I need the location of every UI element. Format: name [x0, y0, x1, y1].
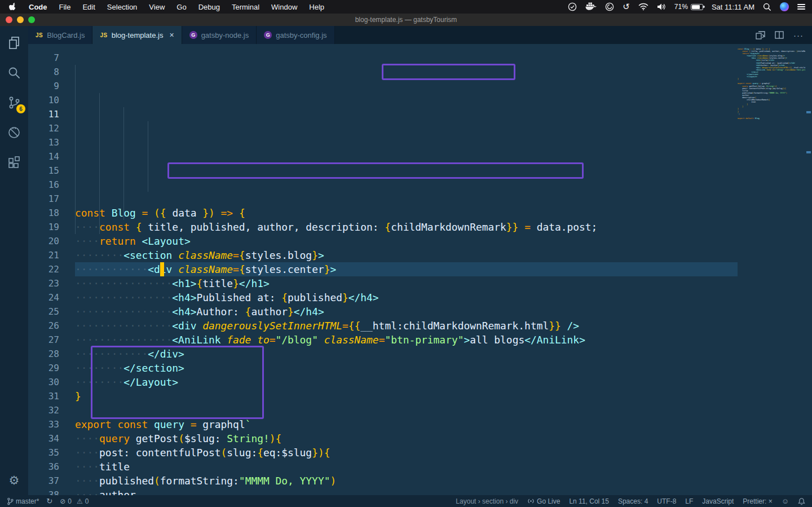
- docker-icon[interactable]: [585, 2, 597, 12]
- line-number[interactable]: 24: [28, 290, 59, 305]
- close-tab-icon[interactable]: ×: [169, 30, 174, 39]
- menu-debug[interactable]: Debug: [198, 3, 220, 11]
- code-line[interactable]: export const query = graphql`: [75, 417, 738, 431]
- code-line[interactable]: ····title: [75, 460, 738, 474]
- line-number[interactable]: 10: [28, 93, 59, 107]
- code-line[interactable]: ····const { title, published, author, de…: [75, 220, 738, 234]
- zoom-window-button[interactable]: [28, 16, 35, 23]
- minimap[interactable]: const Blog = ({ data }) => { const { tit…: [738, 44, 805, 495]
- code-line[interactable]: ····post: contentfulPost(slug:{eq:$slug}…: [75, 446, 738, 460]
- problems-indicator[interactable]: ⊘ 0 ⚠ 0: [60, 497, 89, 505]
- line-number[interactable]: 26: [28, 319, 59, 333]
- spotlight-search-icon[interactable]: [763, 2, 771, 12]
- line-number[interactable]: 21: [28, 248, 59, 262]
- line-number[interactable]: 34: [28, 431, 59, 446]
- line-number[interactable]: 8: [28, 65, 59, 79]
- git-branch-indicator[interactable]: master*: [7, 497, 39, 505]
- code-line[interactable]: ········</Layout>: [75, 375, 738, 389]
- language-mode[interactable]: JavaScript: [702, 497, 734, 505]
- code-line[interactable]: ················<h4>Author: {author}</h4…: [75, 305, 738, 319]
- eol-setting[interactable]: LF: [685, 497, 693, 505]
- line-number[interactable]: 23: [28, 276, 59, 290]
- line-number[interactable]: 38: [28, 488, 59, 495]
- prettier-status[interactable]: Prettier: ×: [743, 497, 772, 505]
- tab-gatsby-config[interactable]: G gatsby-config.js: [257, 26, 334, 44]
- line-number[interactable]: 36: [28, 460, 59, 474]
- volume-icon[interactable]: [657, 2, 666, 12]
- line-number[interactable]: 15: [28, 164, 59, 178]
- line-number[interactable]: 19: [28, 220, 59, 234]
- code-line[interactable]: ············</div>: [75, 347, 738, 361]
- code-line[interactable]: ················<AniLink fade to="/blog"…: [75, 333, 738, 347]
- code-line[interactable]: ············<div className={styles.cente…: [75, 262, 738, 276]
- tab-blog-template[interactable]: JS blog-template.js ×: [92, 26, 182, 44]
- menu-bar-clock[interactable]: Sat 11:11 AM: [712, 3, 754, 11]
- vertical-scrollbar[interactable]: [805, 44, 812, 495]
- code-line[interactable]: ················<h1>{title}</h1>: [75, 276, 738, 290]
- time-machine-icon[interactable]: ↺: [623, 2, 630, 12]
- code-line[interactable]: [75, 403, 738, 417]
- line-number[interactable]: 18: [28, 206, 59, 220]
- more-actions-icon[interactable]: ···: [793, 30, 804, 40]
- code-editor[interactable]: const Blog = ({ data }) => {····const { …: [75, 44, 738, 495]
- line-number[interactable]: 27: [28, 333, 59, 347]
- code-line[interactable]: ····query getPost($slug: String!){: [75, 431, 738, 446]
- line-number[interactable]: 9: [28, 79, 59, 93]
- line-number[interactable]: 35: [28, 446, 59, 460]
- indentation-setting[interactable]: Spaces: 4: [618, 497, 648, 505]
- debug-icon[interactable]: [6, 125, 22, 140]
- go-live-button[interactable]: Go Live: [527, 497, 560, 505]
- code-line[interactable]: ················<div dangerouslySetInner…: [75, 319, 738, 333]
- open-changes-icon[interactable]: [756, 31, 765, 39]
- creative-cloud-icon[interactable]: [605, 2, 614, 12]
- line-number[interactable]: 22: [28, 262, 59, 276]
- line-number[interactable]: 14: [28, 149, 59, 164]
- cursor-position[interactable]: Ln 11, Col 15: [569, 497, 609, 505]
- source-control-icon[interactable]: 6: [6, 95, 22, 111]
- line-number[interactable]: 13: [28, 135, 59, 149]
- app-menu[interactable]: Code: [29, 3, 47, 11]
- line-number[interactable]: 17: [28, 192, 59, 206]
- line-number[interactable]: 28: [28, 347, 59, 361]
- line-number[interactable]: 16: [28, 178, 59, 192]
- code-line[interactable]: ····return <Layout>: [75, 234, 738, 248]
- code-line[interactable]: ····author: [75, 488, 738, 495]
- menu-selection[interactable]: Selection: [107, 3, 137, 11]
- line-number[interactable]: 33: [28, 417, 59, 431]
- menu-view[interactable]: View: [149, 3, 165, 11]
- code-line[interactable]: ········<section className={styles.blog}…: [75, 248, 738, 262]
- close-window-button[interactable]: [6, 16, 12, 23]
- line-number[interactable]: 7: [28, 51, 59, 65]
- notifications-bell-icon[interactable]: [798, 497, 805, 505]
- wifi-icon[interactable]: [638, 2, 648, 12]
- siri-icon[interactable]: [780, 2, 789, 11]
- line-number[interactable]: 11: [28, 107, 59, 121]
- battery-indicator[interactable]: 71%: [674, 3, 703, 11]
- tab-gatsby-node[interactable]: G gatsby-node.js: [182, 26, 257, 44]
- line-number[interactable]: 12: [28, 121, 59, 135]
- line-number[interactable]: 32: [28, 403, 59, 417]
- encoding-setting[interactable]: UTF-8: [657, 497, 676, 505]
- tab-blogcard[interactable]: JS BlogCard.js: [28, 26, 92, 44]
- line-number[interactable]: 25: [28, 305, 59, 319]
- sync-icon[interactable]: ↻: [46, 497, 52, 505]
- menu-list-icon[interactable]: [797, 2, 805, 12]
- code-line[interactable]: ····published(formatString:"MMMM Do, YYY…: [75, 474, 738, 488]
- code-line[interactable]: ········</section>: [75, 361, 738, 375]
- code-line[interactable]: ················<h4>Published at: {publi…: [75, 290, 738, 305]
- menu-edit[interactable]: Edit: [82, 3, 95, 11]
- gutter[interactable]: 7891011121314151617181920212223242526272…: [28, 44, 75, 495]
- code-line[interactable]: const Blog = ({ data }) => {: [75, 206, 738, 220]
- line-number[interactable]: 20: [28, 234, 59, 248]
- split-editor-icon[interactable]: [775, 31, 784, 39]
- line-number[interactable]: 30: [28, 375, 59, 389]
- line-number[interactable]: 31: [28, 389, 59, 403]
- feedback-smiley-icon[interactable]: ☺: [782, 497, 789, 505]
- code-line[interactable]: }: [75, 389, 738, 403]
- line-number[interactable]: 37: [28, 474, 59, 488]
- search-icon[interactable]: [6, 65, 22, 81]
- extensions-icon[interactable]: [6, 155, 22, 170]
- minimize-window-button[interactable]: [17, 16, 24, 23]
- menu-go[interactable]: Go: [176, 3, 186, 11]
- settings-gear-icon[interactable]: ⚙: [9, 474, 20, 487]
